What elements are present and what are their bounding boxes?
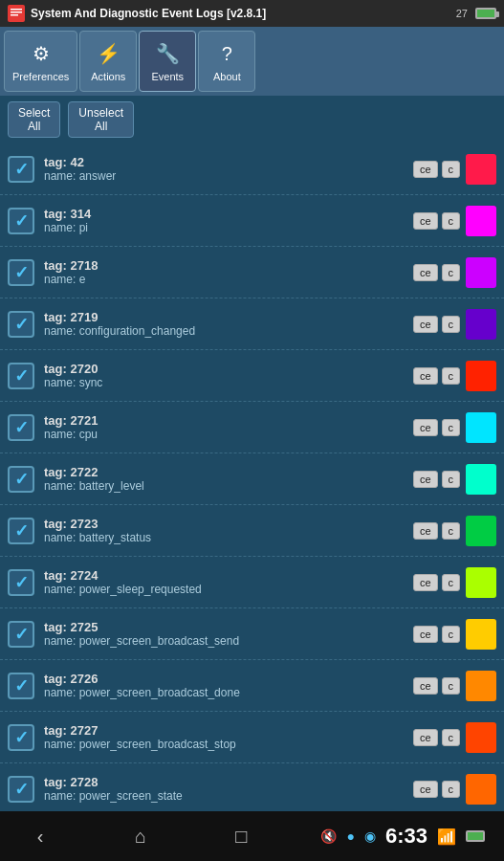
- item-name-12: name: power_screen_state: [44, 789, 413, 803]
- item-name-4: name: sync: [44, 376, 413, 389]
- toolbar-btn-events[interactable]: 🔧 Events: [139, 31, 196, 92]
- item-checkbox-11[interactable]: [8, 724, 34, 751]
- color-swatch-12[interactable]: [466, 774, 496, 805]
- item-name-3: name: configuration_changed: [44, 324, 413, 338]
- c-button-11[interactable]: c: [442, 729, 461, 746]
- item-tag-0: tag: 42: [44, 155, 413, 169]
- color-swatch-3[interactable]: [466, 309, 496, 340]
- ce-button-10[interactable]: ce: [413, 677, 438, 695]
- c-button-10[interactable]: c: [442, 677, 461, 695]
- mute-icon: 🔇: [320, 828, 337, 844]
- home-button[interactable]: ⌂: [120, 815, 162, 857]
- item-checkbox-5[interactable]: [8, 414, 34, 441]
- item-checkbox-4[interactable]: [8, 363, 34, 389]
- table-row: tag: 2722 name: battery_level ce c: [0, 453, 504, 505]
- ce-button-12[interactable]: ce: [413, 781, 438, 798]
- c-button-6[interactable]: c: [442, 471, 461, 488]
- ce-button-6[interactable]: ce: [413, 471, 438, 488]
- item-info-2: tag: 2718 name: e: [44, 258, 413, 286]
- item-checkbox-6[interactable]: [8, 466, 34, 493]
- item-tag-4: tag: 2720: [44, 362, 413, 376]
- item-checkbox-2[interactable]: [8, 259, 34, 286]
- table-row: tag: 2723 name: battery_status ce c: [0, 505, 504, 557]
- item-actions-5: ce c: [413, 419, 460, 436]
- ce-button-11[interactable]: ce: [413, 729, 438, 746]
- ce-button-8[interactable]: ce: [413, 574, 438, 591]
- table-row: tag: 42 name: answer ce c: [0, 144, 504, 195]
- item-actions-9: ce c: [413, 626, 460, 643]
- c-button-1[interactable]: c: [442, 212, 461, 230]
- item-tag-6: tag: 2722: [44, 465, 413, 479]
- unselect-all-button[interactable]: UnselectAll: [68, 101, 134, 138]
- item-checkbox-3[interactable]: [8, 311, 34, 338]
- color-swatch-10[interactable]: [466, 671, 496, 701]
- item-name-0: name: answer: [44, 169, 413, 183]
- item-tag-11: tag: 2727: [44, 723, 413, 738]
- item-info-4: tag: 2720 name: sync: [44, 362, 413, 389]
- item-actions-4: ce c: [413, 367, 460, 385]
- item-actions-6: ce c: [413, 471, 460, 488]
- item-tag-2: tag: 2718: [44, 258, 413, 273]
- item-actions-3: ce c: [413, 316, 460, 333]
- item-checkbox-0[interactable]: [8, 156, 34, 183]
- ce-button-3[interactable]: ce: [413, 316, 438, 333]
- title-bar-right: 27: [456, 8, 496, 19]
- table-row: tag: 2725 name: power_screen_broadcast_s…: [0, 608, 504, 660]
- ce-button-9[interactable]: ce: [413, 626, 438, 643]
- select-row: SelectAll UnselectAll: [0, 96, 504, 144]
- color-swatch-8[interactable]: [466, 567, 496, 598]
- toolbar-btn-actions[interactable]: ⚡ Actions: [79, 31, 137, 92]
- back-button[interactable]: ‹: [19, 815, 61, 857]
- color-swatch-5[interactable]: [466, 412, 496, 443]
- toolbar-btn-preferences[interactable]: ⚙ Preferences: [4, 31, 77, 92]
- item-tag-9: tag: 2725: [44, 620, 413, 634]
- ce-button-1[interactable]: ce: [413, 212, 438, 230]
- item-actions-11: ce c: [413, 729, 460, 746]
- about-icon: ?: [213, 40, 240, 67]
- item-tag-10: tag: 2726: [44, 672, 413, 686]
- ce-button-5[interactable]: ce: [413, 419, 438, 436]
- item-info-3: tag: 2719 name: configuration_changed: [44, 310, 413, 338]
- c-button-12[interactable]: c: [442, 781, 461, 798]
- item-checkbox-1[interactable]: [8, 208, 34, 234]
- item-checkbox-7[interactable]: [8, 518, 34, 544]
- ce-button-4[interactable]: ce: [413, 367, 438, 385]
- ce-button-2[interactable]: ce: [413, 264, 438, 281]
- item-info-0: tag: 42 name: answer: [44, 155, 413, 183]
- color-swatch-0[interactable]: [466, 154, 496, 185]
- c-button-3[interactable]: c: [442, 316, 461, 333]
- table-row: tag: 2726 name: power_screen_broadcast_d…: [0, 660, 504, 712]
- location-icon: ◉: [364, 828, 376, 844]
- color-swatch-2[interactable]: [466, 257, 496, 288]
- item-checkbox-10[interactable]: [8, 673, 34, 699]
- color-swatch-6[interactable]: [466, 464, 496, 495]
- item-checkbox-12[interactable]: [8, 776, 34, 803]
- c-button-2[interactable]: c: [442, 264, 461, 281]
- item-tag-1: tag: 314: [44, 207, 413, 221]
- c-button-9[interactable]: c: [442, 626, 461, 643]
- c-button-0[interactable]: c: [442, 161, 461, 178]
- c-button-7[interactable]: c: [442, 522, 461, 540]
- color-swatch-1[interactable]: [466, 206, 496, 236]
- color-swatch-11[interactable]: [466, 722, 496, 753]
- item-actions-10: ce c: [413, 677, 460, 695]
- item-tag-5: tag: 2721: [44, 413, 413, 428]
- ce-button-7[interactable]: ce: [413, 522, 438, 540]
- recent-button[interactable]: □: [220, 815, 262, 857]
- color-swatch-7[interactable]: [466, 516, 496, 546]
- c-button-8[interactable]: c: [442, 574, 461, 591]
- app-title: System And Diagnostic Event Logs [v2.8.1…: [31, 7, 266, 20]
- item-checkbox-8[interactable]: [8, 569, 34, 596]
- ce-button-0[interactable]: ce: [413, 161, 438, 178]
- item-checkbox-9[interactable]: [8, 621, 34, 648]
- color-swatch-4[interactable]: [466, 361, 496, 391]
- item-name-9: name: power_screen_broadcast_send: [44, 634, 413, 648]
- item-actions-2: ce c: [413, 264, 460, 281]
- c-button-5[interactable]: c: [442, 419, 461, 436]
- item-info-1: tag: 314 name: pi: [44, 207, 413, 234]
- toolbar-btn-about[interactable]: ? About: [198, 31, 255, 92]
- c-button-4[interactable]: c: [442, 367, 461, 385]
- color-swatch-9[interactable]: [466, 619, 496, 650]
- select-all-button[interactable]: SelectAll: [8, 101, 60, 138]
- item-name-6: name: battery_level: [44, 479, 413, 493]
